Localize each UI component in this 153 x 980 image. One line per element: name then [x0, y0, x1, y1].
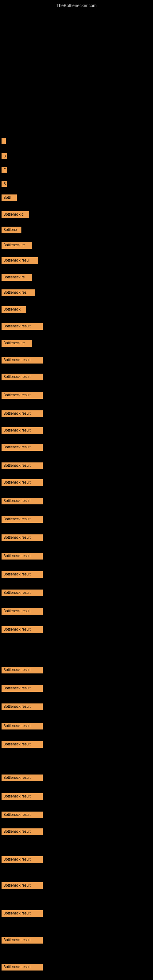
bottleneck-result-label: Bottleneck result — [2, 793, 43, 800]
bottleneck-result-label: Bottleneck result — [2, 392, 43, 399]
bottleneck-result-label: Bottleneck result — [2, 723, 43, 730]
bottleneck-result-label: Bottleneck result — [2, 571, 43, 578]
bottleneck-result-label: Bottl — [2, 194, 17, 201]
bottleneck-result-label: Bottleneck result — [2, 741, 43, 748]
bottleneck-result-label: Bottleneck result — [2, 590, 43, 596]
site-title: TheBottlenecker.com — [0, 0, 153, 10]
bottleneck-result-label: Bottleneck res — [2, 290, 35, 296]
bottleneck-result-label: Bottleneck result — [2, 463, 43, 469]
site-title-text: TheBottlenecker.com — [56, 3, 97, 8]
bottleneck-result-label: Bottleneck — [2, 306, 26, 313]
bottleneck-result-label: Bottleneck result — [2, 937, 43, 943]
bottleneck-result-label: Bottleneck result — [2, 856, 43, 863]
bottleneck-result-label: Bottleneck result — [2, 427, 43, 434]
bottleneck-result-label: B — [2, 153, 7, 159]
bottleneck-result-label: Bottleneck result — [2, 910, 43, 917]
bottleneck-result-label: Bottleneck re — [2, 340, 32, 347]
bottleneck-result-label: Bottleneck result — [2, 535, 43, 541]
bottleneck-result-label: Bottleneck result — [2, 608, 43, 615]
bottleneck-result-label: Bottleneck re — [2, 274, 32, 281]
bottleneck-result-label: Bottleneck result — [2, 811, 43, 818]
bottleneck-result-label: Bottleneck d — [2, 211, 29, 218]
bottleneck-result-label: Bottleneck result — [2, 685, 43, 692]
bottleneck-result-label: | — [2, 138, 6, 144]
bottleneck-result-label: Bottleneck result — [2, 479, 43, 486]
bottleneck-result-label: Bottleneck result — [2, 775, 43, 781]
bottleneck-result-label: E — [2, 167, 7, 173]
bottleneck-result-label: Bottleneck result — [2, 626, 43, 633]
bottleneck-result-label: Bottleneck result — [2, 516, 43, 523]
bottleneck-result-label: Bottleneck result — [2, 498, 43, 504]
bottleneck-result-label: Bottleneck result — [2, 553, 43, 560]
bottleneck-result-label: Bottleneck result — [2, 964, 43, 970]
bottleneck-result-label: B — [2, 181, 7, 187]
bottleneck-result-label: Bottleneck re — [2, 242, 32, 249]
bottleneck-result-label: Bottleneck result — [2, 410, 43, 417]
bottleneck-result-label: Bottleneck result — [2, 882, 43, 889]
bottleneck-result-label: Bottleneck resul — [2, 257, 38, 264]
bottleneck-result-label: Bottleneck result — [2, 357, 43, 364]
bottleneck-result-label: Bottlene — [2, 227, 21, 233]
bottleneck-result-label: Bottleneck result — [2, 667, 43, 673]
bottleneck-result-label: Bottleneck result — [2, 829, 43, 835]
bottleneck-result-label: Bottleneck result — [2, 703, 43, 710]
bottleneck-result-label: Bottleneck result — [2, 444, 43, 451]
bottleneck-result-label: Bottleneck result — [2, 374, 43, 380]
bottleneck-result-label: Bottleneck result — [2, 323, 43, 330]
